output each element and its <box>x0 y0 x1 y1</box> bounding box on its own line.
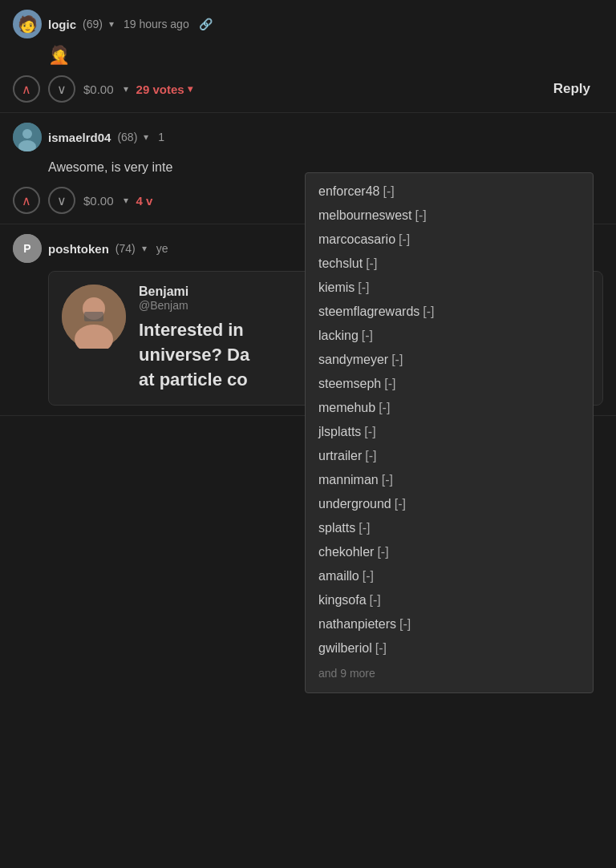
reputation-ismaelrd04: (68) <box>117 131 137 143</box>
dropdown-item-5[interactable]: steemflagrewards[-] <box>306 300 593 324</box>
timestamp-logic: 19 hours ago <box>124 18 189 30</box>
svg-text:P: P <box>23 242 30 255</box>
comment-logic: 🧑 logic (69) ▾ 19 hours ago 🔗 🤦 ∧ ∨ $0.0… <box>0 0 616 113</box>
user-dropdown-arrow-logic[interactable]: ▾ <box>109 18 114 30</box>
dropdown-item-4[interactable]: kiemis[-] <box>306 276 593 300</box>
svg-point-1 <box>22 129 32 139</box>
dropdown-item-19[interactable]: gwilberiol[-] <box>306 636 593 660</box>
payout-arrow-ismaelrd04[interactable]: ▾ <box>124 195 128 206</box>
comment-header-ismaelrd04: ismaelrd04 (68) ▾ 1 <box>13 123 603 151</box>
username-poshtoken[interactable]: poshtoken <box>48 242 109 256</box>
dropdown-item-0[interactable]: enforcer48[-] <box>306 180 593 204</box>
dropdown-item-18[interactable]: nathanpieters[-] <box>306 612 593 636</box>
votes-dropdown: enforcer48[-] melbourneswest[-] marcocas… <box>305 172 594 693</box>
username-logic[interactable]: logic <box>48 18 76 31</box>
dropdown-item-7[interactable]: sandymeyer[-] <box>306 348 593 372</box>
upvote-button-ismaelrd04[interactable]: ∧ <box>13 187 40 214</box>
downvote-button-logic[interactable]: ∨ <box>48 75 75 103</box>
payout-logic: $0.00 <box>83 83 114 96</box>
dropdown-item-6[interactable]: lacking[-] <box>306 324 593 348</box>
dropdown-item-13[interactable]: underground[-] <box>306 492 593 516</box>
username-ismaelrd04[interactable]: ismaelrd04 <box>48 131 111 144</box>
votes-button-logic[interactable]: 29 votes ▾ <box>136 83 192 96</box>
action-bar-logic: ∧ ∨ $0.00 ▾ 29 votes ▾ Reply <box>13 75 603 103</box>
dropdown-item-8[interactable]: steemseph[-] <box>306 372 593 396</box>
dropdown-item-2[interactable]: marcocasario[-] <box>306 228 593 252</box>
dropdown-item-3[interactable]: techslut[-] <box>306 252 593 276</box>
dropdown-item-16[interactable]: amaillo[-] <box>306 564 593 588</box>
dropdown-item-14[interactable]: splatts[-] <box>306 516 593 540</box>
user-dropdown-arrow-ismaelrd04[interactable]: ▾ <box>144 131 148 143</box>
permalink-icon-logic[interactable]: 🔗 <box>199 18 213 30</box>
comment-emoji-logic: 🤦 <box>48 45 603 66</box>
dropdown-item-1[interactable]: melbourneswest[-] <box>306 204 593 228</box>
dropdown-more-label[interactable]: and 9 more <box>306 660 593 686</box>
reply-button-logic[interactable]: Reply <box>553 81 603 97</box>
avatar-ismaelrd04 <box>13 123 42 151</box>
dropdown-item-17[interactable]: kingsofa[-] <box>306 588 593 612</box>
svg-rect-8 <box>84 312 103 321</box>
upvote-button-logic[interactable]: ∧ <box>13 75 40 103</box>
votes-dropdown-arrow-logic: ▾ <box>188 83 192 95</box>
inner-avatar-benjamin <box>62 285 126 349</box>
votes-button-ismaelrd04[interactable]: 4 v <box>136 194 153 208</box>
user-dropdown-arrow-poshtoken[interactable]: ▾ <box>142 243 147 254</box>
downvote-button-ismaelrd04[interactable]: ∨ <box>48 187 75 214</box>
reputation-logic: (69) <box>83 18 103 30</box>
avatar-logic: 🧑 <box>13 10 42 38</box>
dropdown-item-11[interactable]: urtrailer[-] <box>306 444 593 468</box>
payout-ismaelrd04: $0.00 <box>83 194 114 208</box>
dropdown-item-9[interactable]: memehub[-] <box>306 396 593 420</box>
dropdown-item-12[interactable]: manniman[-] <box>306 468 593 492</box>
timestamp-poshtoken: ye <box>156 242 168 255</box>
timestamp-ismaelrd04: 1 <box>158 131 164 143</box>
payout-arrow-logic[interactable]: ▾ <box>124 83 128 95</box>
comment-header-logic: 🧑 logic (69) ▾ 19 hours ago 🔗 <box>13 10 603 38</box>
avatar-poshtoken: P <box>13 234 42 263</box>
dropdown-item-10[interactable]: jlsplatts[-] <box>306 420 593 444</box>
reputation-poshtoken: (74) <box>116 242 136 255</box>
dropdown-item-15[interactable]: chekohler[-] <box>306 540 593 564</box>
